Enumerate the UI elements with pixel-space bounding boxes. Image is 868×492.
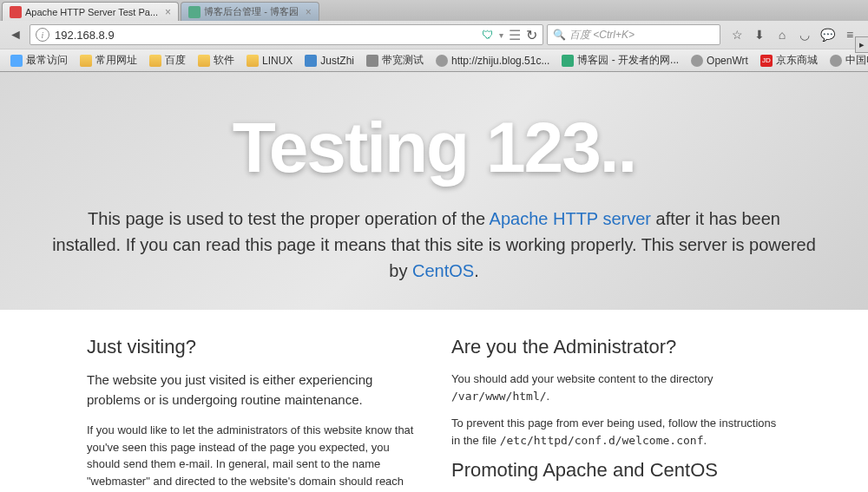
- close-icon[interactable]: ×: [165, 6, 171, 18]
- reader-icon[interactable]: ☰: [509, 27, 521, 43]
- visitor-column: Just visiting? The website you just visi…: [87, 336, 417, 492]
- bookmark-openwrt[interactable]: OpenWrt: [686, 53, 753, 69]
- folder-icon: [10, 55, 23, 67]
- content-body: Just visiting? The website you just visi…: [0, 310, 868, 492]
- apache-link[interactable]: Apache HTTP server: [490, 209, 651, 228]
- admin-column: Are you the Administrator? You should ad…: [451, 336, 781, 492]
- tab-title: 博客后台管理 - 博客园: [204, 5, 299, 18]
- globe-icon: [436, 55, 448, 67]
- folder-icon: [198, 55, 210, 67]
- bookmark-bar: 最常访问 常用网址 百度 软件 LINUX JustZhi 带宽测试 http:…: [0, 49, 868, 71]
- refresh-icon[interactable]: ↻: [526, 27, 537, 43]
- nav-bar: ◄ i 192.168.8.9 🛡 ▾ ☰ ↻ 🔍 百度 <Ctrl+K> ☆ …: [0, 21, 868, 49]
- back-button[interactable]: ◄: [5, 24, 26, 45]
- visitor-heading: Just visiting?: [87, 336, 417, 358]
- conf-path: /etc/httpd/conf.d/welcome.conf: [500, 434, 704, 447]
- admin-text: You should add your website content to t…: [451, 371, 781, 404]
- shield-icon[interactable]: 🛡: [482, 28, 494, 42]
- favicon-icon: JD: [760, 55, 773, 67]
- visitor-lead: The website you just visited is either e…: [87, 371, 417, 410]
- globe-icon: [830, 55, 842, 67]
- tab-active[interactable]: Apache HTTP Server Test Pa... ×: [2, 2, 179, 21]
- favicon-icon: [366, 55, 378, 67]
- close-icon[interactable]: ×: [306, 6, 312, 18]
- tab-favicon-icon: [188, 6, 201, 18]
- bookmark-common[interactable]: 常用网址: [75, 51, 142, 69]
- bookmark-eetech[interactable]: 中国电子技术论坛: [825, 51, 868, 69]
- page-title: Testing 123..: [26, 107, 842, 188]
- info-icon[interactable]: i: [36, 28, 49, 42]
- bookmark-justzhi[interactable]: JustZhi: [299, 53, 359, 69]
- admin-prevent: To prevent this page from ever being use…: [451, 415, 781, 449]
- pocket-icon[interactable]: ◡: [797, 27, 812, 43]
- download-icon[interactable]: ⬇: [752, 27, 767, 43]
- bookmark-star-icon[interactable]: ☆: [729, 27, 745, 43]
- chat-icon[interactable]: 💬: [819, 27, 835, 43]
- side-panel-toggle[interactable]: ▸: [855, 36, 868, 53]
- search-icon: 🔍: [553, 29, 566, 41]
- admin-heading: Are you the Administrator?: [451, 336, 781, 358]
- centos-link[interactable]: CentOS: [412, 261, 474, 280]
- url-bar[interactable]: i 192.168.8.9 🛡 ▾ ☰ ↻: [30, 24, 543, 45]
- tab-favicon-icon: [10, 6, 22, 18]
- tab-title: Apache HTTP Server Test Pa...: [25, 7, 158, 17]
- bookmark-jd[interactable]: JD京东商城: [755, 51, 823, 69]
- folder-icon: [149, 55, 161, 67]
- home-icon[interactable]: ⌂: [774, 27, 790, 43]
- bookmark-baidu[interactable]: 百度: [144, 51, 191, 69]
- promoting-heading: Promoting Apache and CentOS: [451, 459, 781, 482]
- hero-subtitle: This page is used to test the proper ope…: [52, 206, 816, 284]
- toolbar-icons: ☆ ⬇ ⌂ ◡ 💬 ≡: [724, 27, 863, 43]
- tab-inactive[interactable]: 博客后台管理 - 博客园 ×: [181, 2, 319, 21]
- bookmark-51cto[interactable]: http://zhiju.blog.51c...: [431, 53, 555, 69]
- url-bar-actions: 🛡 ▾ ☰ ↻: [482, 27, 537, 43]
- bookmark-bandwidth[interactable]: 带宽测试: [361, 51, 429, 69]
- bookmark-software[interactable]: 软件: [193, 51, 240, 69]
- favicon-icon: [305, 55, 317, 67]
- bookmark-linux[interactable]: LINUX: [241, 53, 298, 69]
- url-text: 192.168.8.9: [55, 29, 482, 42]
- folder-icon: [80, 55, 92, 67]
- hero-section: Testing 123.. This page is used to test …: [0, 72, 868, 310]
- tab-bar: Apache HTTP Server Test Pa... × 博客后台管理 -…: [0, 0, 868, 21]
- favicon-icon: [562, 55, 574, 67]
- visitor-text: If you would like to let the administrat…: [87, 422, 417, 492]
- browser-chrome: Apache HTTP Server Test Pa... × 博客后台管理 -…: [0, 0, 868, 72]
- search-placeholder: 百度 <Ctrl+K>: [569, 28, 635, 43]
- bookmark-cnblogs[interactable]: 博客园 - 开发者的网...: [556, 51, 684, 69]
- folder-icon: [247, 55, 259, 67]
- html-path: /var/www/html/: [451, 390, 547, 403]
- search-bar[interactable]: 🔍 百度 <Ctrl+K>: [547, 24, 720, 45]
- globe-icon: [691, 55, 703, 67]
- bookmark-most-visited[interactable]: 最常访问: [5, 51, 73, 69]
- dropdown-icon[interactable]: ▾: [499, 30, 503, 40]
- page-content: Testing 123.. This page is used to test …: [0, 72, 868, 492]
